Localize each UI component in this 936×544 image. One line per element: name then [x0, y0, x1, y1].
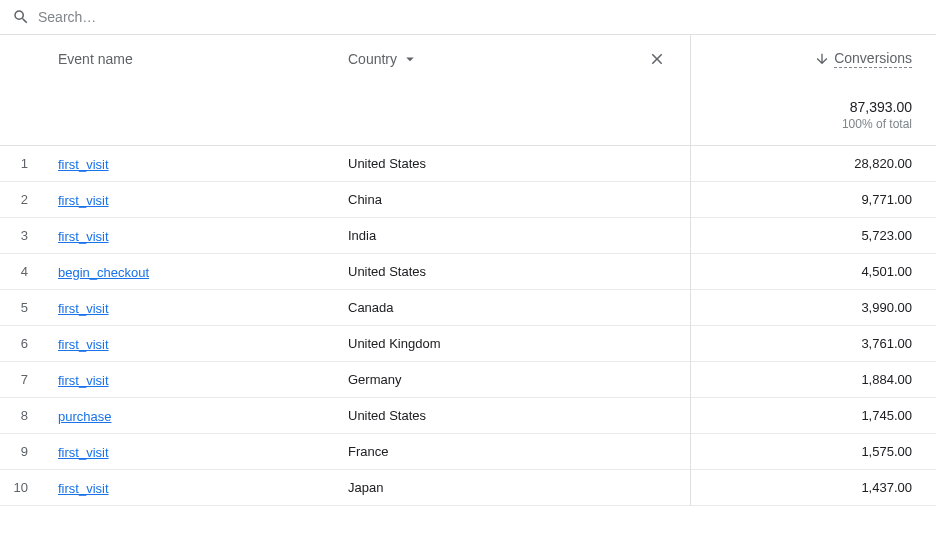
- event-link[interactable]: first_visit: [58, 481, 109, 496]
- conversions-cell: 5,723.00: [861, 228, 912, 243]
- dropdown-icon: [401, 50, 419, 68]
- table-row: 1first_visitUnited States: [0, 146, 690, 182]
- row-index: 2: [8, 192, 48, 207]
- row-index: 3: [8, 228, 48, 243]
- country-cell: United States: [348, 264, 690, 279]
- table-row: 1,437.00: [691, 470, 936, 506]
- conversions-cell: 1,437.00: [861, 480, 912, 495]
- table-row: 3first_visitIndia: [0, 218, 690, 254]
- table-row: 2first_visitChina: [0, 182, 690, 218]
- table-metrics-section: Conversions 87,393.00 100% of total 28,8…: [691, 35, 936, 506]
- event-link[interactable]: first_visit: [58, 157, 109, 172]
- row-index: 8: [8, 408, 48, 423]
- table-row: 1,575.00: [691, 434, 936, 470]
- conversions-cell: 1,575.00: [861, 444, 912, 459]
- summary-row: 87,393.00 100% of total: [691, 83, 936, 146]
- event-name-cell: first_visit: [48, 444, 348, 460]
- close-icon[interactable]: [648, 50, 666, 68]
- country-cell: Japan: [348, 480, 690, 495]
- country-cell: Germany: [348, 372, 690, 387]
- event-name-cell: first_visit: [48, 228, 348, 244]
- country-cell: India: [348, 228, 690, 243]
- event-link[interactable]: first_visit: [58, 373, 109, 388]
- event-link[interactable]: first_visit: [58, 229, 109, 244]
- summary-percent: 100% of total: [707, 117, 912, 131]
- table-row: 4begin_checkoutUnited States: [0, 254, 690, 290]
- conversions-label: Conversions: [834, 50, 912, 68]
- table-row: 9,771.00: [691, 182, 936, 218]
- column-country-header[interactable]: Country: [348, 50, 674, 68]
- conversions-cell: 9,771.00: [861, 192, 912, 207]
- row-index: 7: [8, 372, 48, 387]
- table-row: 8purchaseUnited States: [0, 398, 690, 434]
- conversions-cell: 3,761.00: [861, 336, 912, 351]
- country-cell: United Kingdom: [348, 336, 690, 351]
- conversions-cell: 1,745.00: [861, 408, 912, 423]
- column-event-name-header[interactable]: Event name: [48, 51, 348, 67]
- search-icon: [12, 8, 30, 26]
- table-row: 4,501.00: [691, 254, 936, 290]
- event-link[interactable]: begin_checkout: [58, 265, 149, 280]
- conversions-cell: 1,884.00: [861, 372, 912, 387]
- data-table: Event name Country 1first_visitUnited St…: [0, 35, 936, 506]
- table-row: 6first_visitUnited Kingdom: [0, 326, 690, 362]
- event-link[interactable]: first_visit: [58, 193, 109, 208]
- table-row: 5first_visitCanada: [0, 290, 690, 326]
- event-link[interactable]: first_visit: [58, 301, 109, 316]
- table-row: 9first_visitFrance: [0, 434, 690, 470]
- conversions-cell: 28,820.00: [854, 156, 912, 171]
- event-name-cell: begin_checkout: [48, 264, 348, 280]
- event-name-cell: purchase: [48, 408, 348, 424]
- event-name-cell: first_visit: [48, 300, 348, 316]
- row-index: 6: [8, 336, 48, 351]
- event-name-cell: first_visit: [48, 480, 348, 496]
- table-header-row: Event name Country: [0, 35, 690, 83]
- table-row: 3,761.00: [691, 326, 936, 362]
- event-name-cell: first_visit: [48, 336, 348, 352]
- table-row: 28,820.00: [691, 146, 936, 182]
- search-input[interactable]: [38, 9, 924, 25]
- column-conversions-header[interactable]: Conversions: [691, 35, 936, 83]
- country-cell: United States: [348, 408, 690, 423]
- event-name-cell: first_visit: [48, 156, 348, 172]
- summary-spacer: [0, 83, 690, 146]
- table-row: 5,723.00: [691, 218, 936, 254]
- table-row: 1,884.00: [691, 362, 936, 398]
- country-header-label: Country: [348, 51, 397, 67]
- row-index: 4: [8, 264, 48, 279]
- event-name-cell: first_visit: [48, 372, 348, 388]
- conversions-cell: 3,990.00: [861, 300, 912, 315]
- event-name-cell: first_visit: [48, 192, 348, 208]
- table-row: 3,990.00: [691, 290, 936, 326]
- table-row: 1,745.00: [691, 398, 936, 434]
- row-index: 1: [8, 156, 48, 171]
- search-bar: [0, 0, 936, 35]
- event-link[interactable]: first_visit: [58, 337, 109, 352]
- row-index: 10: [8, 480, 48, 495]
- row-index: 9: [8, 444, 48, 459]
- country-cell: France: [348, 444, 690, 459]
- country-cell: United States: [348, 156, 690, 171]
- event-link[interactable]: purchase: [58, 409, 111, 424]
- table-row: 10first_visitJapan: [0, 470, 690, 506]
- table-row: 7first_visitGermany: [0, 362, 690, 398]
- summary-total: 87,393.00: [707, 99, 912, 115]
- arrow-down-icon: [814, 51, 830, 67]
- row-index: 5: [8, 300, 48, 315]
- conversions-cell: 4,501.00: [861, 264, 912, 279]
- country-cell: China: [348, 192, 690, 207]
- event-link[interactable]: first_visit: [58, 445, 109, 460]
- table-dimensions-section: Event name Country 1first_visitUnited St…: [0, 35, 691, 506]
- country-cell: Canada: [348, 300, 690, 315]
